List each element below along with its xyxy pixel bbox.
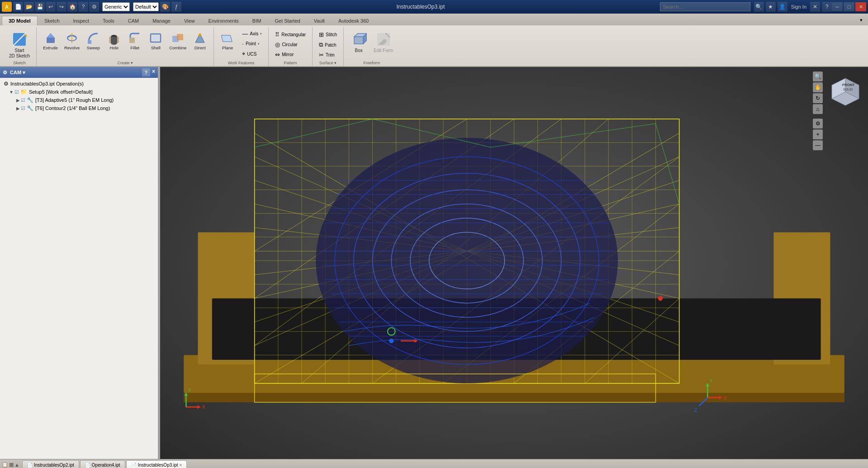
shell-icon	[148, 31, 163, 45]
surface-buttons: ⊞ Stitch ⧉ Patch ✂ Trim	[316, 27, 340, 60]
home-button[interactable]: 🏠	[67, 2, 77, 12]
edit-form-button[interactable]: Edit Form	[371, 29, 396, 55]
tab-instructables3[interactable]: 📄 InstructablesOp3.ipt ×	[126, 460, 187, 468]
shell-button[interactable]: Shell	[146, 29, 166, 52]
circular-button[interactable]: ◎ Circular	[272, 40, 308, 49]
combine-button[interactable]: Combine	[166, 29, 189, 52]
hole-button[interactable]: Hole	[104, 29, 124, 52]
viewport-zoom-button[interactable]: 🔍	[813, 72, 823, 81]
tab-autodesk360[interactable]: Autodesk 360	[332, 16, 375, 25]
revolve-button[interactable]: Revolve	[62, 29, 82, 52]
cam-tree-root[interactable]: ⚙ InstructablesOp3.ipt Operation(s)	[2, 80, 156, 88]
stitch-button[interactable]: ⊞ Stitch	[316, 30, 340, 39]
axis-button[interactable]: — Axis ▾	[239, 29, 265, 38]
viewport-plus-button[interactable]: +	[813, 129, 823, 139]
tab-3dmodel[interactable]: 3D Model	[2, 16, 38, 25]
user-icon[interactable]: 👤	[778, 2, 787, 12]
cam-panel-title: CAM ▾	[10, 70, 25, 76]
new-button[interactable]: 📄	[13, 2, 23, 12]
ucs-button[interactable]: ⌖ UCS	[239, 49, 265, 59]
sign-in-label[interactable]: Sign In	[791, 4, 806, 10]
redo-button[interactable]: ↪	[57, 2, 66, 12]
svg-text:Y: Y	[188, 388, 191, 393]
maximize-button[interactable]: □	[844, 2, 854, 11]
t3-expand[interactable]: ▶	[16, 98, 20, 103]
tab-manage[interactable]: Manage	[146, 16, 177, 25]
tab-environments[interactable]: Environments	[202, 16, 246, 25]
ribbon-settings-icon[interactable]: ▾	[860, 17, 868, 25]
help-button[interactable]: ?	[78, 2, 88, 12]
viewport-tab-bar: 📋 ▦ ▲ 📄 InstructablesOp2.ipt 📄 Operation…	[0, 459, 868, 468]
tab-up-icon[interactable]: ▲	[14, 462, 19, 468]
svg-rect-7	[88, 40, 91, 44]
tab-operation4[interactable]: 📄 Operation4.ipt	[80, 460, 125, 468]
sweep-button[interactable]: Sweep	[83, 29, 103, 52]
tab-tools[interactable]: Tools	[96, 16, 121, 25]
stitch-icon: ⊞	[319, 31, 324, 38]
bookmark-icon[interactable]: ★	[766, 2, 776, 12]
mirror-button[interactable]: ⇔ Mirror	[272, 50, 308, 59]
direct-button[interactable]: Direct	[190, 29, 210, 52]
tab-bim[interactable]: BIM	[246, 16, 268, 25]
tab-vault[interactable]: Vault	[307, 16, 332, 25]
tab-getstarted[interactable]: Get Started	[268, 16, 307, 25]
cam-close-button[interactable]: ×	[152, 68, 155, 76]
viewport-pan-button[interactable]: ✋	[813, 82, 823, 92]
settings-button[interactable]: ⚙	[89, 2, 99, 12]
minimize-button[interactable]: ─	[832, 2, 843, 11]
plane-icon	[220, 31, 235, 45]
trim-button[interactable]: ✂ Trim	[316, 50, 340, 60]
plane-label: Plane	[222, 45, 233, 50]
trim-icon: ✂	[319, 52, 324, 58]
cam-setup5-label: Setup5 [Work offset=Default]	[29, 89, 93, 95]
viewport-settings-button[interactable]: ⚙	[813, 119, 823, 129]
cam-help-button[interactable]: ?	[142, 68, 150, 76]
tab-close-3[interactable]: ×	[180, 463, 182, 468]
patch-label: Patch	[325, 43, 337, 48]
color-button[interactable]: 🎨	[160, 2, 170, 12]
titlebar-left: A 📄 📂 💾 ↩ ↪ 🏠 ? ⚙ Generic Default 🎨 ƒ	[2, 2, 181, 12]
nav-cube[interactable]: FRONT SOLID	[827, 72, 863, 108]
fillet-button[interactable]: Fillet	[125, 29, 145, 52]
open-button[interactable]: 📂	[24, 2, 34, 12]
cam-panel-icon: ⚙	[3, 70, 7, 76]
profile-dropdown[interactable]: Generic	[102, 2, 130, 11]
tab-cam[interactable]: CAM	[121, 16, 146, 25]
close-button[interactable]: ✕	[855, 2, 866, 11]
viewport-minus-button[interactable]: —	[813, 140, 823, 150]
setup5-expand[interactable]: ▼	[9, 90, 14, 95]
close-panel-icon[interactable]: ✕	[810, 2, 820, 12]
search-input[interactable]	[660, 2, 750, 11]
shell-label: Shell	[151, 45, 161, 50]
start-2d-sketch-button[interactable]: Start2D Sketch	[6, 29, 33, 61]
t3-checkbox-icon: ☑	[21, 97, 25, 103]
tab-view[interactable]: View	[177, 16, 202, 25]
point-button[interactable]: · Point ▾	[239, 39, 265, 48]
undo-button[interactable]: ↩	[46, 2, 56, 12]
tab-grid-icon[interactable]: ▦	[9, 462, 14, 468]
tab-sketch[interactable]: Sketch	[38, 16, 66, 25]
cam-tree-t3[interactable]: ▶ ☑ 🔧 [T3] Adaptive5 (1" Rough EM Long)	[2, 96, 156, 104]
style-dropdown[interactable]: Default	[133, 2, 159, 11]
search-icon[interactable]: 🔍	[754, 2, 764, 12]
viewport[interactable]: X Y X Y Z	[160, 67, 868, 459]
cam-tree-setup5[interactable]: ▼ ☑ 📁 Setup5 [Work offset=Default]	[2, 88, 156, 96]
expand-icon[interactable]: ?	[822, 2, 832, 12]
formula-button[interactable]: ƒ	[171, 2, 181, 12]
extrude-button[interactable]: Extrude	[40, 29, 61, 52]
ribbon: 3D Model Sketch Inspect Tools CAM Manage…	[0, 14, 868, 67]
tab-inspect[interactable]: Inspect	[66, 16, 96, 25]
viewport-orbit-button[interactable]: ↻	[813, 93, 823, 103]
t6-expand[interactable]: ▶	[16, 106, 20, 111]
plane-button[interactable]: Plane	[218, 29, 237, 52]
box-button[interactable]: Box	[347, 29, 370, 55]
tab-label-2: InstructablesOp2.ipt	[34, 463, 74, 468]
tab-doclist-icon[interactable]: 📋	[2, 462, 8, 468]
patch-button[interactable]: ⧉ Patch	[316, 40, 340, 50]
viewport-home-button[interactable]: ⌂	[813, 104, 823, 114]
doc-icon-op4: 📄	[85, 463, 90, 468]
save-button[interactable]: 💾	[35, 2, 45, 12]
rectangular-button[interactable]: ⠿ Rectangular	[272, 30, 308, 39]
cam-tree-t6[interactable]: ▶ ☑ 🔧 [T6] Contour2 (1/4" Ball EM Long)	[2, 104, 156, 112]
tab-instructables2[interactable]: 📄 InstructablesOp2.ipt	[22, 460, 79, 468]
